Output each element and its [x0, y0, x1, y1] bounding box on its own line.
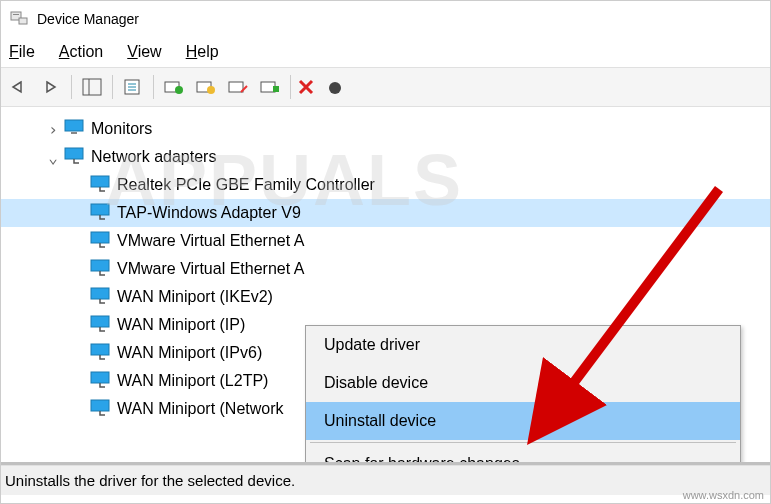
- menu-action[interactable]: Action: [59, 43, 103, 61]
- network-adapter-icon: [89, 286, 111, 308]
- menu-help[interactable]: Help: [186, 43, 219, 61]
- toolbar-separator: [71, 75, 72, 99]
- tree-label: WAN Miniport (IP): [117, 316, 245, 334]
- expand-icon[interactable]: ›: [45, 120, 61, 139]
- more-button[interactable]: [321, 73, 349, 101]
- tree-item-wan-ikev2[interactable]: WAN Miniport (IKEv2): [1, 283, 770, 311]
- svg-rect-17: [65, 120, 83, 131]
- network-adapter-icon: [89, 342, 111, 364]
- status-bar: Uninstalls the driver for the selected d…: [1, 465, 770, 495]
- uninstall-button[interactable]: [256, 73, 284, 101]
- tree-label: TAP-Windows Adapter V9: [117, 204, 301, 222]
- tree-label: VMware Virtual Ethernet A: [117, 260, 304, 278]
- svg-point-16: [329, 82, 341, 94]
- svg-rect-19: [65, 148, 83, 159]
- svg-rect-25: [91, 316, 109, 327]
- network-adapter-icon: [63, 146, 85, 168]
- tree-label: WAN Miniport (IKEv2): [117, 288, 273, 306]
- window-titlebar: Device Manager: [1, 1, 770, 37]
- window-title: Device Manager: [37, 11, 139, 27]
- menubar: File Action View Help: [1, 37, 770, 67]
- network-adapter-icon: [89, 202, 111, 224]
- svg-rect-20: [91, 176, 109, 187]
- tree-item-vmware-1[interactable]: VMware Virtual Ethernet A: [1, 227, 770, 255]
- ctx-uninstall-device[interactable]: Uninstall device: [306, 402, 740, 440]
- toolbar-separator: [153, 75, 154, 99]
- svg-rect-21: [91, 204, 109, 215]
- network-adapter-icon: [89, 370, 111, 392]
- svg-rect-1: [19, 18, 27, 24]
- status-text: Uninstalls the driver for the selected d…: [5, 472, 295, 489]
- tree-label: Network adapters: [91, 148, 216, 166]
- svg-rect-23: [91, 260, 109, 271]
- monitor-icon: [63, 118, 85, 140]
- network-adapter-icon: [89, 314, 111, 336]
- update-driver-button[interactable]: [160, 73, 188, 101]
- menu-file[interactable]: File: [9, 43, 35, 61]
- svg-rect-28: [91, 400, 109, 411]
- forward-button[interactable]: [37, 73, 65, 101]
- tree-item-vmware-2[interactable]: VMware Virtual Ethernet A: [1, 255, 770, 283]
- back-button[interactable]: [5, 73, 33, 101]
- tree-node-monitors[interactable]: › Monitors: [1, 115, 770, 143]
- svg-rect-15: [273, 86, 279, 92]
- ctx-scan-hardware[interactable]: Scan for hardware changes: [306, 445, 740, 465]
- source-watermark: www.wsxdn.com: [683, 489, 764, 501]
- svg-rect-18: [71, 132, 77, 134]
- context-menu: Update driver Disable device Uninstall d…: [305, 325, 741, 465]
- tree-node-network-adapters[interactable]: ⌄ Network adapters: [1, 143, 770, 171]
- tree-label: Realtek PCIe GBE Family Controller: [117, 176, 375, 194]
- device-tree-panel: APPUALS › Monitors ⌄ Network adapters Re…: [1, 107, 770, 465]
- toolbar: [1, 67, 770, 107]
- svg-rect-27: [91, 372, 109, 383]
- tree-label: Monitors: [91, 120, 152, 138]
- network-adapter-icon: [89, 174, 111, 196]
- tree-label: WAN Miniport (Network: [117, 400, 284, 418]
- delete-icon[interactable]: [297, 78, 317, 96]
- ctx-divider: [310, 442, 736, 443]
- svg-rect-26: [91, 344, 109, 355]
- tree-label: WAN Miniport (L2TP): [117, 372, 268, 390]
- toolbar-separator: [290, 75, 291, 99]
- ctx-update-driver[interactable]: Update driver: [306, 326, 740, 364]
- svg-rect-2: [13, 14, 19, 15]
- tree-label: VMware Virtual Ethernet A: [117, 232, 304, 250]
- collapse-icon[interactable]: ⌄: [45, 148, 61, 167]
- toolbar-separator: [112, 75, 113, 99]
- network-adapter-icon: [89, 398, 111, 420]
- tree-item-tap-windows[interactable]: TAP-Windows Adapter V9: [1, 199, 770, 227]
- svg-rect-3: [83, 79, 101, 95]
- svg-rect-14: [261, 82, 275, 92]
- disable-button[interactable]: [224, 73, 252, 101]
- svg-rect-24: [91, 288, 109, 299]
- network-adapter-icon: [89, 258, 111, 280]
- properties-button[interactable]: [119, 73, 147, 101]
- tree-label: WAN Miniport (IPv6): [117, 344, 262, 362]
- show-hide-tree-button[interactable]: [78, 73, 106, 101]
- svg-point-10: [175, 86, 183, 94]
- svg-point-12: [207, 86, 215, 94]
- svg-rect-13: [229, 82, 243, 92]
- ctx-disable-device[interactable]: Disable device: [306, 364, 740, 402]
- menu-view[interactable]: View: [127, 43, 161, 61]
- scan-hardware-button[interactable]: [192, 73, 220, 101]
- device-manager-icon: [9, 8, 29, 31]
- svg-rect-22: [91, 232, 109, 243]
- tree-item-realtek[interactable]: Realtek PCIe GBE Family Controller: [1, 171, 770, 199]
- network-adapter-icon: [89, 230, 111, 252]
